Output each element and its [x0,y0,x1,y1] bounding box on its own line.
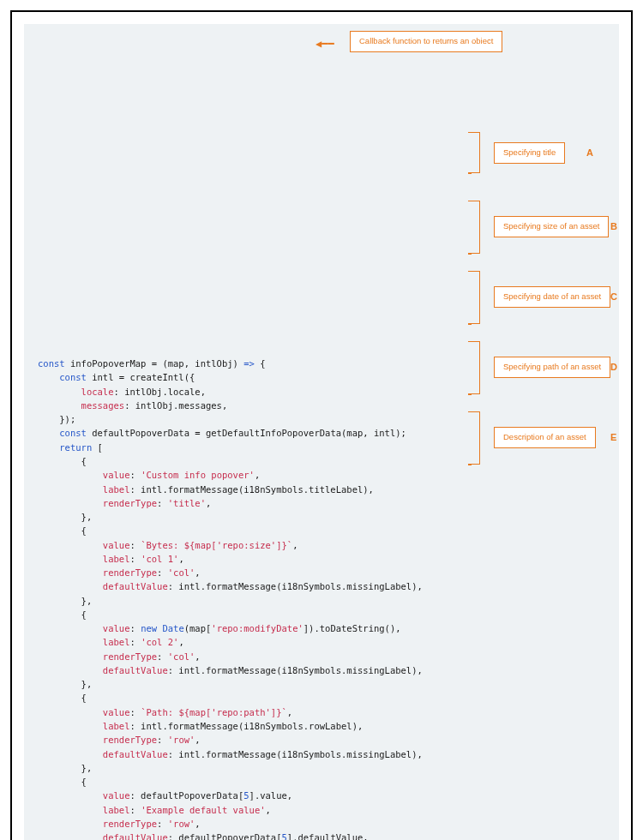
letter-d: D [610,360,617,375]
callout-top: Callback function to returns an obiect [350,31,502,52]
document-frame: ◀━━ Callback function to returns an obie… [10,10,633,840]
bracket-e [472,411,480,465]
callout-c: Specifying date of an asset [494,286,610,308]
bracket-b [472,201,480,254]
callout-b: Specifying size of an asset [494,216,609,237]
letter-e: E [610,430,616,445]
arrow-icon: ◀━━ [315,36,334,52]
callout-d: Specifying path of an asset [494,357,610,378]
code-block: ◀━━ Callback function to returns an obie… [24,24,619,840]
letter-a: A [586,146,593,160]
letter-c: C [610,290,617,304]
bracket-d [472,341,480,394]
bracket-c [472,271,480,324]
bracket-a [472,132,480,173]
callout-a: Specifying title [494,142,565,164]
callout-e: Description of an asset [494,427,596,448]
letter-b: B [610,219,617,234]
